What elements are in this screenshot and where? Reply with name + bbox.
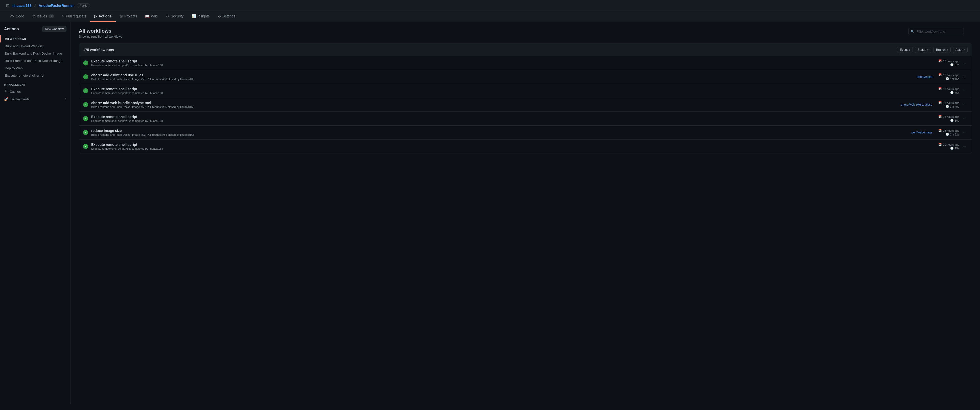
run-info: Execute remote shell script Execute remo… [91,59,898,67]
sidebar: Actions New workflow All workflows Build… [0,22,71,404]
calendar-icon: 📅 [938,101,942,104]
run-more-button[interactable]: ··· [963,101,967,108]
run-meta: Execute remote shell script #61: complet… [91,64,898,67]
sidebar-item-caches[interactable]: 🗄 Caches [0,88,70,95]
run-row[interactable]: ✓ chore: add eslint and use rules Build … [79,70,972,84]
tab-insights[interactable]: 📊 Insights [188,11,213,22]
repo-owner[interactable]: lihuacai168 [13,3,32,8]
run-branch[interactable]: chore/web-pkg-analyse [901,103,932,107]
tab-settings[interactable]: ⚙ Settings [214,11,240,22]
run-status-icon: ✓ [83,61,88,65]
actions-icon: ▷ [94,14,97,18]
wiki-icon: 📖 [145,14,150,18]
run-time-wrap: 📅 13 hours ago 🕐 2m 52s [938,129,959,136]
run-branch[interactable]: chore/eslint [917,75,932,79]
run-title: chore: add web bundle analyse tool [91,101,901,105]
build-upload-label: Build and Upload Web dist [5,44,43,48]
runs-count: 175 workflow runs [83,48,897,52]
sidebar-item-build-frontend[interactable]: Build Frontend and Push Docker Image [0,57,70,64]
event-chevron-icon: ▾ [909,48,910,51]
run-status-icon: ✓ [83,88,88,93]
filter-event-label: Event [900,48,908,51]
run-more-button[interactable]: ··· [963,88,967,94]
caches-label: Caches [10,90,21,94]
sidebar-item-deployments[interactable]: 🚀 Deployments ↗ [0,95,70,103]
external-link-icon: ↗ [64,97,67,101]
sidebar-item-all-workflows[interactable]: All workflows [0,35,70,43]
tab-wiki[interactable]: 📖 Wiki [141,11,161,22]
tab-insights-label: Insights [197,14,210,18]
run-title: chore: add eslint and use rules [91,73,917,77]
run-meta: Execute remote shell script #58: complet… [91,147,898,150]
calendar-icon: 📅 [938,115,942,118]
run-duration: 🕐 3m 40s [946,105,959,108]
main-layout: Actions New workflow All workflows Build… [0,22,980,404]
run-time: 📅 13 hours ago [938,129,959,132]
clock-icon: 🕐 [950,91,954,94]
deployments-icon: 🚀 [4,97,8,101]
run-time-wrap: 📅 11 hours ago 🕐 36s [938,87,959,94]
run-duration: 🕐 36s [950,91,959,94]
calendar-icon: 📅 [938,129,942,132]
new-workflow-button[interactable]: New workflow [42,26,67,32]
repo-separator: / [35,3,36,8]
filter-branch-button[interactable]: Branch ▾ [933,47,951,53]
calendar-icon: 📅 [938,143,942,146]
run-row[interactable]: ✓ chore: add web bundle analyse tool Bui… [79,98,972,112]
run-time-wrap: 📅 20 hours ago 🕐 25s [938,143,959,150]
search-icon: 🔍 [911,30,915,34]
run-branch[interactable]: perf/web-image [912,131,932,134]
tab-projects-label: Projects [124,14,137,18]
run-more-button[interactable]: ··· [963,129,967,136]
tab-code-label: Code [16,14,24,18]
filter-actor-button[interactable]: Actor ▾ [953,47,967,53]
run-info: Execute remote shell script Execute remo… [91,87,898,94]
run-more-button[interactable]: ··· [963,73,967,80]
sidebar-item-build-backend[interactable]: Build Backend and Push Docker Image [0,50,70,57]
run-more-button[interactable]: ··· [963,60,967,66]
runs-header: 175 workflow runs Event ▾ Status ▾ Branc… [79,44,972,56]
repo-name[interactable]: AnotheFasterRunner [39,3,74,8]
run-info: Execute remote shell script Execute remo… [91,142,898,150]
filter-event-button[interactable]: Event ▾ [897,47,913,53]
run-time: 📅 20 hours ago [938,143,959,146]
search-input-wrap: 🔍 [908,28,964,35]
run-more-button[interactable]: ··· [963,115,967,122]
branch-chevron-icon: ▾ [947,48,948,51]
run-row[interactable]: ✓ Execute remote shell script Execute re… [79,56,972,70]
run-more-button[interactable]: ··· [963,143,967,150]
tab-actions[interactable]: ▷ Actions [90,11,116,22]
sidebar-header: Actions New workflow [0,26,70,35]
run-title: Execute remote shell script [91,142,898,147]
run-row[interactable]: ✓ Execute remote shell script Execute re… [79,84,972,98]
run-meta: Build Frontend and Push Docker Image #58… [91,105,901,108]
sidebar-item-deploy-web[interactable]: Deploy Web [0,64,70,72]
projects-icon: ⊞ [120,14,123,18]
run-time-wrap: 📅 11 hours ago 🕐 3m 40s [938,101,959,108]
run-time: 📅 11 hours ago [938,101,959,104]
run-row[interactable]: ✓ Execute remote shell script Execute re… [79,112,972,126]
issues-badge: 2 [49,14,54,18]
insights-icon: 📊 [192,14,196,18]
tab-code[interactable]: <> Code [6,11,28,22]
tab-issues[interactable]: ⊙ Issues 2 [28,11,58,22]
search-input[interactable] [908,28,964,35]
tab-projects[interactable]: ⊞ Projects [116,11,141,22]
sidebar-item-execute-remote[interactable]: Execute remote shell script [0,72,70,79]
run-row[interactable]: ✓ reduce image size Build Frontend and P… [79,126,972,140]
tab-security[interactable]: 🛡 Security [162,11,188,22]
run-duration: 🕐 36s [950,119,959,122]
run-row[interactable]: ✓ Execute remote shell script Execute re… [79,140,972,153]
top-bar: ⊡ lihuacai168 / AnotheFasterRunner Publi… [0,0,980,11]
tab-pull-requests[interactable]: ⑂ Pull requests [58,11,90,22]
tab-settings-label: Settings [223,14,235,18]
run-title: Execute remote shell script [91,87,898,91]
filter-status-button[interactable]: Status ▾ [915,47,931,53]
run-meta: Execute remote shell script #59: complet… [91,119,898,122]
filter-actor-label: Actor [956,48,963,51]
run-info: Execute remote shell script Execute remo… [91,115,898,122]
sidebar-item-build-upload[interactable]: Build and Upload Web dist [0,43,70,50]
tab-issues-label: Issues [37,14,47,18]
page-subtitle: Showing runs from all workflows [79,35,972,38]
run-time-wrap: 📅 10 hours ago 🕐 37s [938,59,959,67]
